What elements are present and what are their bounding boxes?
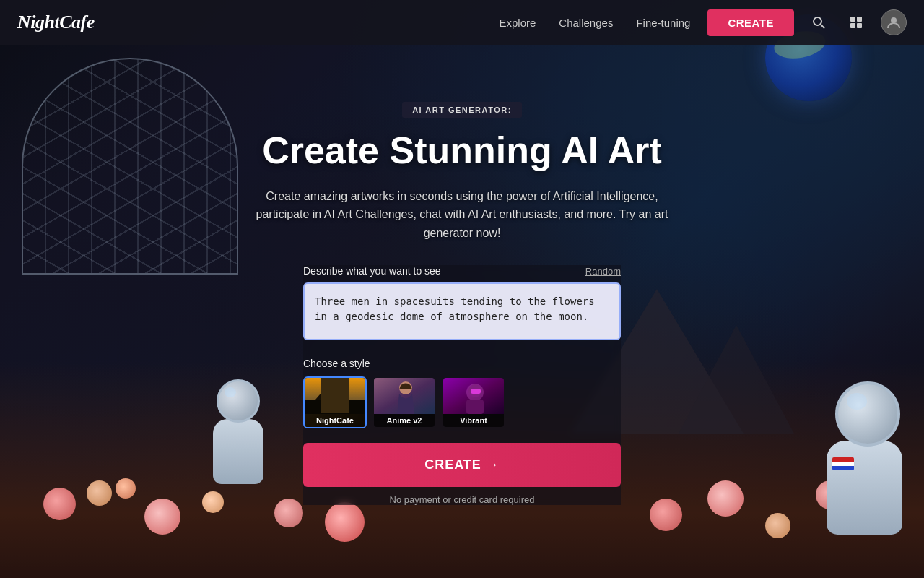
random-link[interactable]: Random	[585, 266, 621, 277]
svg-rect-4	[850, 23, 855, 28]
logo[interactable]: NightCafe	[17, 12, 499, 33]
search-icon	[811, 15, 826, 30]
nav-explore[interactable]: Explore	[499, 17, 536, 29]
main-description: Create amazing artworks in seconds using…	[238, 187, 686, 243]
svg-marker-8	[326, 385, 341, 400]
svg-point-6	[891, 17, 897, 23]
nav-icons	[806, 9, 907, 35]
svg-rect-18	[471, 389, 481, 394]
nav-finetuning[interactable]: Fine-tuning	[636, 17, 690, 29]
svg-rect-2	[850, 17, 855, 22]
svg-rect-5	[857, 23, 862, 28]
svg-rect-10	[305, 400, 367, 414]
style-options: NightCafe	[303, 376, 621, 428]
hero-section: NightCafe Explore Challenges Fine-tuning…	[0, 0, 924, 578]
svg-rect-3	[857, 17, 862, 22]
avatar[interactable]	[881, 9, 907, 35]
grid-icon	[849, 15, 863, 30]
hero-content: AI ART GENERATOR: Create Stunning AI Art…	[0, 0, 924, 578]
style-nightcafe-card[interactable]: NightCafe	[303, 376, 367, 428]
nav-challenges[interactable]: Challenges	[559, 17, 613, 29]
prompt-input[interactable]	[303, 282, 621, 340]
svg-rect-11	[328, 396, 333, 400]
style-vibrant-card[interactable]: Vibrant	[442, 376, 505, 428]
svg-line-1	[821, 25, 824, 28]
prompt-label-row: Describe what you want to see Random	[303, 265, 621, 277]
navbar: NightCafe Explore Challenges Fine-tuning…	[0, 0, 924, 45]
vibrant-preview-art	[443, 378, 505, 414]
style-nightcafe-label: NightCafe	[305, 414, 365, 427]
nav-create-button[interactable]: CREATE	[707, 9, 794, 36]
avatar-icon	[886, 15, 901, 30]
style-label: Choose a style	[303, 358, 621, 369]
grid-button[interactable]	[843, 9, 869, 35]
main-title: Create Stunning AI Art	[262, 129, 662, 173]
style-anime-label: Anime v2	[374, 414, 435, 427]
style-anime-card[interactable]: Anime v2	[372, 376, 436, 428]
subtitle-badge: AI ART GENERATOR:	[402, 102, 522, 118]
no-payment-text: No payment or credit card required	[303, 494, 621, 505]
nav-links: Explore Challenges Fine-tuning	[499, 17, 690, 29]
anime-preview-art	[374, 378, 436, 414]
style-vibrant-label: Vibrant	[443, 414, 504, 427]
prompt-form: Describe what you want to see Random Cho…	[303, 265, 621, 505]
prompt-label: Describe what you want to see	[303, 265, 441, 277]
nightcafe-preview-art	[305, 378, 367, 414]
svg-rect-17	[466, 400, 484, 414]
search-button[interactable]	[806, 9, 832, 35]
create-button[interactable]: CREATE →	[303, 443, 621, 487]
